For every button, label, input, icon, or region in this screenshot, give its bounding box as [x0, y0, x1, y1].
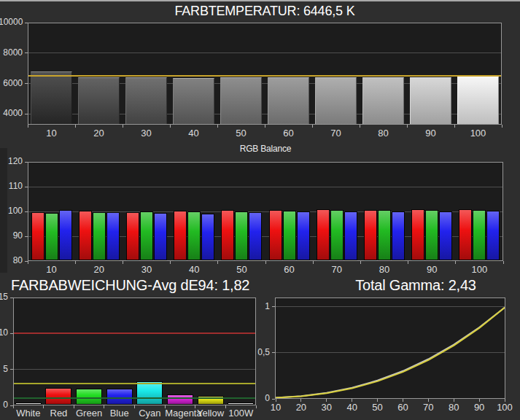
x-axis-tick	[503, 261, 504, 264]
window-top-edge	[0, 0, 520, 1]
x-axis-label: 100	[492, 402, 517, 413]
temperature-bar	[268, 77, 309, 124]
blue-balance-bar	[59, 210, 72, 260]
x-axis-label: 60	[390, 402, 415, 413]
y-axis-label: 0,5	[246, 347, 270, 357]
x-axis-label: 30	[314, 402, 339, 413]
x-axis-label: 60	[265, 264, 313, 275]
y-axis-label: 10000	[0, 17, 23, 27]
temperature-bar	[125, 77, 167, 124]
x-axis-label: 30	[123, 264, 170, 275]
y-axis-tick	[272, 306, 275, 307]
green-balance-bar	[330, 210, 344, 260]
x-axis-label: Cyan	[135, 408, 166, 419]
y-axis-tick	[10, 298, 13, 298]
rgb-balance-title: RGB Balance	[28, 144, 503, 154]
green-balance-bar	[235, 211, 248, 260]
y-axis-tick	[25, 187, 28, 187]
deviation-threshold-line	[14, 397, 255, 399]
y-axis-tick	[25, 52, 28, 53]
x-axis-tick	[256, 405, 257, 408]
calibration-report-screen: FARBTEMPERATUR: 6446,5 K RGB Balance FAR…	[0, 0, 520, 420]
measured-gamma-curve	[276, 308, 505, 398]
red-balance-bar	[364, 210, 377, 260]
x-axis-label: 100W	[225, 408, 256, 419]
y-axis-tick	[25, 162, 28, 163]
gamma-curve-svg	[276, 298, 505, 398]
color-temperature-title-text: FARBTEMPERATUR: 6446,5 K	[171, 4, 359, 18]
x-axis-label: Yellow	[195, 408, 226, 419]
gridline	[28, 187, 502, 187]
deviation-bar-white	[15, 402, 42, 405]
x-axis-label: Green	[74, 408, 104, 419]
x-axis-label: 40	[170, 128, 217, 139]
y-axis-label: 6000	[0, 78, 23, 88]
blue-balance-bar	[297, 211, 310, 260]
x-axis-label: 70	[312, 128, 360, 139]
temperature-bar	[31, 71, 72, 124]
x-axis-label: 70	[313, 264, 360, 275]
deviation-threshold-line	[14, 383, 255, 384]
deviation-threshold-line	[14, 332, 255, 334]
red-balance-bar	[459, 209, 472, 260]
x-axis-label: 90	[467, 402, 492, 413]
x-axis-label: 10	[28, 264, 75, 275]
total-gamma-title-text: Total Gamma: 2,43	[352, 277, 480, 293]
x-axis-label: 100	[454, 128, 502, 139]
blue-balance-bar	[344, 211, 357, 260]
y-axis-label: 90	[0, 230, 23, 241]
temperature-bar	[362, 77, 404, 124]
y-axis-tick	[272, 399, 275, 400]
color-temperature-title: FARBTEMPERATUR: 6446,5 K	[28, 4, 502, 19]
green-balance-bar	[93, 212, 106, 260]
green-balance-bar	[425, 210, 438, 260]
red-balance-bar	[174, 211, 187, 260]
temperature-bar	[315, 77, 357, 124]
y-axis-tick	[25, 83, 28, 84]
deviation-bar-cyan	[136, 381, 163, 405]
deviation-bar-green	[76, 389, 102, 405]
blue-balance-bar	[201, 214, 214, 260]
x-axis-label: Blue	[104, 408, 135, 419]
red-balance-bar	[79, 211, 92, 260]
x-axis-label: 30	[123, 128, 170, 139]
x-axis-label: Magenta	[165, 408, 195, 419]
green-balance-bar	[187, 211, 201, 260]
red-balance-bar	[31, 212, 44, 260]
total-gamma-title: Total Gamma: 2,43	[300, 277, 520, 294]
x-axis-tick	[502, 125, 502, 128]
x-axis-label: 60	[265, 128, 312, 139]
x-axis-label: 70	[416, 402, 441, 413]
blue-balance-bar	[392, 211, 405, 260]
y-axis-label: 110	[0, 181, 23, 191]
y-axis-label: 80	[0, 255, 23, 265]
blue-balance-bar	[486, 211, 500, 260]
gridline	[14, 369, 255, 370]
y-axis-label: 120	[0, 156, 23, 166]
green-balance-bar	[140, 211, 153, 260]
x-axis-label: 80	[441, 402, 466, 413]
blue-balance-bar	[439, 211, 452, 260]
temperature-bar	[78, 77, 120, 124]
y-axis-label: 0	[0, 400, 8, 410]
x-axis-label: 50	[218, 264, 265, 275]
y-axis-label: 4000	[0, 108, 23, 118]
x-axis-label: 20	[289, 402, 314, 413]
y-axis-label: 10	[0, 327, 8, 338]
green-balance-bar	[378, 210, 391, 260]
x-axis-label: 90	[407, 128, 454, 139]
y-axis-tick	[25, 23, 28, 23]
red-balance-bar	[269, 210, 282, 260]
temperature-target-line	[28, 75, 501, 77]
red-balance-bar	[411, 209, 424, 260]
x-axis-label: 50	[365, 402, 390, 413]
y-axis-tick	[25, 114, 28, 114]
y-axis-tick	[272, 352, 275, 353]
x-axis-label: 40	[171, 264, 218, 275]
y-axis-label: 100	[0, 206, 23, 216]
y-axis-label: 1	[246, 301, 270, 311]
blue-balance-bar	[154, 213, 167, 260]
y-axis-tick	[25, 236, 28, 237]
x-axis-label: Red	[44, 408, 74, 419]
x-axis-label: 10	[28, 128, 75, 139]
